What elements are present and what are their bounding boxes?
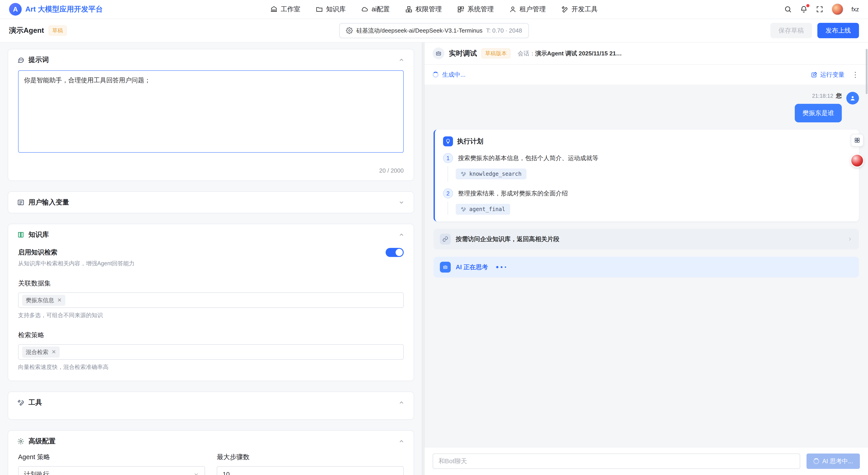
- nav-label: 开发工具: [571, 5, 598, 14]
- chevron-up-icon[interactable]: [398, 438, 405, 444]
- knowledge-retrieval-toggle[interactable]: [385, 248, 404, 257]
- run-variables-button[interactable]: 运行变量: [811, 70, 844, 79]
- step-tool-line: knowledge_search: [447, 166, 851, 182]
- agent-strategy-value: 计划执行: [24, 470, 49, 475]
- tools-card-header[interactable]: 工具: [8, 392, 414, 413]
- search-icon[interactable]: [784, 5, 792, 13]
- nav-item-devtools[interactable]: 开发工具: [561, 5, 598, 14]
- plan-step: 1 搜索樊振东的基本信息，包括个人简介、运动成就等: [443, 153, 851, 163]
- form-icon: [17, 199, 24, 206]
- settings-icon: [17, 438, 24, 445]
- model-params: T: 0.70 · 2048: [486, 27, 522, 34]
- tool-tag[interactable]: knowledge_search: [456, 169, 526, 179]
- max-steps-input[interactable]: [217, 466, 404, 475]
- fullscreen-icon[interactable]: [816, 5, 824, 13]
- dataset-select[interactable]: 樊振东信息 ✕: [18, 293, 404, 308]
- username: fxz: [851, 6, 859, 13]
- send-button[interactable]: AI 思考中...: [807, 453, 860, 469]
- publish-button[interactable]: 发布上线: [817, 23, 859, 38]
- chevron-up-icon[interactable]: [398, 57, 405, 63]
- nav-item-system[interactable]: 系统管理: [457, 5, 494, 14]
- nav-item-permission[interactable]: 权限管理: [405, 5, 442, 14]
- variables-card-title: 用户输入变量: [29, 198, 69, 207]
- nav-item-tenant[interactable]: 租户管理: [509, 5, 546, 14]
- chat-input[interactable]: [433, 453, 800, 469]
- save-draft-button[interactable]: 保存草稿: [770, 23, 812, 38]
- prompt-textarea[interactable]: 你是智能助手，合理使用工具回答用户问题；: [18, 70, 404, 153]
- system-icon: [457, 6, 464, 13]
- nav-item-ai-config[interactable]: ai配置: [361, 5, 390, 14]
- notification-bell-icon[interactable]: [800, 5, 808, 13]
- scrollbar-thumb[interactable]: [866, 49, 868, 94]
- chevron-down-icon[interactable]: [398, 199, 405, 206]
- main-nav: 工作室 知识库 ai配置 权限管理 系统管理 租户管理 开发工具: [270, 5, 598, 14]
- variables-card-header[interactable]: 用户输入变量: [8, 192, 414, 213]
- chip-close-icon[interactable]: ✕: [57, 297, 62, 303]
- session-info: 会话：演示Agent 调试 2025/11/15 21…: [518, 50, 622, 57]
- tools-card-title: 工具: [29, 398, 42, 407]
- tool-tag[interactable]: agent_final: [456, 204, 510, 215]
- agent-strategy-select[interactable]: 计划执行: [18, 466, 205, 475]
- prompt-card-title: 提示词: [29, 55, 49, 64]
- ai-thinking-text: AI 正在思考: [456, 263, 488, 271]
- strategy-select[interactable]: 混合检索 ✕: [18, 344, 404, 360]
- step-number: 1: [443, 153, 453, 163]
- chevron-up-icon[interactable]: [398, 232, 405, 238]
- tool-wrench-icon: [461, 207, 466, 212]
- chat-bubble-icon: [17, 56, 24, 64]
- dataset-chip-label: 樊振东信息: [26, 297, 54, 304]
- folder-icon: [316, 6, 323, 13]
- robot-icon: [435, 50, 442, 57]
- floating-avatar[interactable]: [850, 154, 864, 168]
- nav-label: 知识库: [326, 5, 346, 14]
- spinner-icon: [433, 72, 438, 78]
- knowledge-banner[interactable]: 按需访问企业知识库，返回高相关片段: [434, 229, 859, 249]
- dataset-help: 支持多选，可组合不同来源的知识: [18, 311, 404, 319]
- knowledge-card: 知识库 启用知识检索 从知识库中检索相关内容，增强Agent回答能力 关联数据集…: [8, 224, 414, 381]
- draft-badge: 草稿: [49, 26, 67, 35]
- chevron-up-icon[interactable]: [398, 399, 405, 406]
- floating-widget-button[interactable]: [851, 134, 864, 147]
- panel-divider[interactable]: [422, 42, 425, 475]
- nav-label: 权限管理: [415, 5, 442, 14]
- prompt-card-header[interactable]: 提示词: [8, 49, 414, 70]
- nav-item-workshop[interactable]: 工作室: [270, 5, 301, 14]
- more-menu-icon[interactable]: ⋮: [851, 70, 860, 79]
- plan-icon: [443, 137, 453, 146]
- model-name: 硅基流动/deepseek-ai/DeepSeek-V3.1-Terminus: [356, 27, 483, 35]
- gear-icon: [346, 27, 353, 34]
- wrench-icon: [17, 399, 24, 406]
- knowledge-banner-text: 按需访问企业知识库，返回高相关片段: [456, 235, 559, 243]
- step-text: 整理搜索结果，形成对樊振东的全面介绍: [458, 188, 568, 198]
- strategy-label: 检索策略: [18, 331, 404, 340]
- strategy-help: 向量检索速度快，混合检索准确率高: [18, 363, 404, 371]
- edit-square-icon: [811, 71, 817, 78]
- strategy-chip-label: 混合检索: [26, 348, 49, 356]
- enable-retrieval-desc: 从知识库中检索相关内容，增强Agent回答能力: [18, 260, 134, 267]
- nav-item-knowledge[interactable]: 知识库: [316, 5, 346, 14]
- step-number: 2: [443, 188, 453, 198]
- devtools-icon: [561, 6, 568, 13]
- tool-wrench-icon: [461, 171, 466, 177]
- cloud-icon: [361, 6, 368, 13]
- workshop-icon: [270, 6, 278, 13]
- grid-icon: [854, 137, 860, 143]
- enable-retrieval-label: 启用知识检索: [18, 248, 134, 257]
- strategy-chip: 混合检索 ✕: [22, 347, 60, 358]
- app-logo[interactable]: A Art 大模型应用开发平台: [9, 3, 103, 16]
- advanced-card: 高级配置 Agent 策略 计划执行 最大步骤数: [8, 430, 414, 475]
- model-selector[interactable]: 硅基流动/deepseek-ai/DeepSeek-V3.1-Terminus …: [339, 23, 529, 38]
- top-navbar: A Art 大模型应用开发平台 工作室 知识库 ai配置 权限管理 系统管理 租…: [0, 0, 868, 19]
- session-label: 会话：: [518, 50, 535, 57]
- app-title: Art 大模型应用开发平台: [25, 4, 103, 14]
- chevron-down-icon: [193, 471, 199, 475]
- draft-version-badge: 草稿版本: [482, 49, 510, 58]
- chip-close-icon[interactable]: ✕: [52, 349, 56, 355]
- run-variables-label: 运行变量: [820, 70, 844, 79]
- chevron-right-icon: [847, 236, 852, 242]
- user-avatar[interactable]: [832, 3, 843, 15]
- advanced-card-header[interactable]: 高级配置: [8, 431, 414, 452]
- knowledge-card-header[interactable]: 知识库: [8, 224, 414, 245]
- nav-label: ai配置: [372, 5, 390, 14]
- plan-step: 2 整理搜索结果，形成对樊振东的全面介绍: [443, 188, 851, 198]
